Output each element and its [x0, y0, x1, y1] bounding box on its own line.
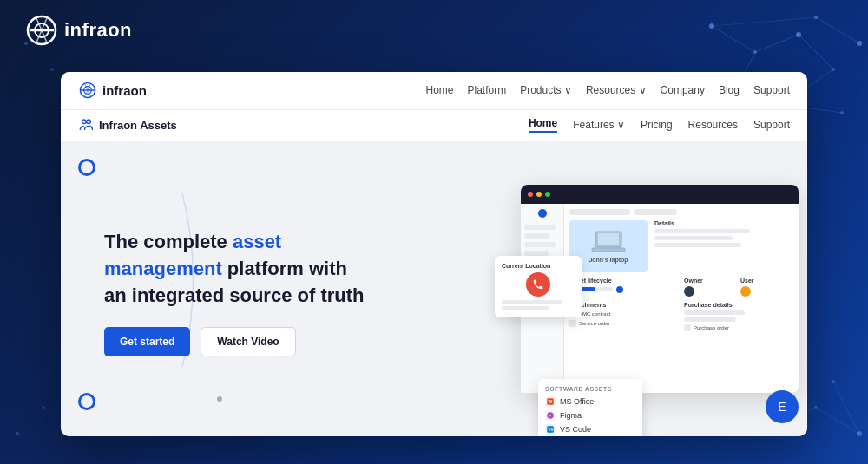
software-assets-card: SOFTWARE ASSETS W MS Office — [538, 379, 642, 436]
svg-point-25 — [50, 68, 54, 71]
ms-office-icon: W — [545, 396, 556, 407]
outer-logo: infraon — [26, 15, 132, 46]
laptop-section: John's laptop Details — [569, 220, 793, 272]
outer-topbar: infraon — [0, 0, 868, 61]
ms-office-svg: W — [546, 397, 555, 406]
svg-line-22 — [816, 408, 859, 434]
hero-left: The complete asset management platform w… — [61, 141, 391, 436]
owner-title: Owner — [684, 278, 737, 284]
current-location-title: Current Location — [502, 263, 575, 269]
mockup-top-rows — [569, 209, 793, 215]
location-skel-1 — [502, 300, 562, 304]
phone-icon — [532, 278, 544, 291]
svg-point-19 — [857, 431, 862, 436]
site-nav-links: Home Platform Products ∨ Resources ∨ Com… — [425, 84, 790, 96]
vscode-svg: VS — [546, 425, 555, 434]
lifecycle-bar-row — [569, 286, 679, 293]
svg-rect-42 — [592, 248, 625, 252]
browser-card: infraon Home Platform Products ∨ Resourc… — [61, 72, 807, 436]
watch-video-button[interactable]: Watch Video — [201, 327, 295, 356]
hero-title: The complete asset management platform w… — [104, 229, 373, 309]
service-row: Service order — [569, 320, 679, 327]
mockup-content: John's laptop Details — [564, 204, 799, 393]
software-figma: F Figma — [545, 410, 635, 421]
hero-buttons: Get started Watch Video — [104, 327, 373, 356]
purchase-skel-1 — [684, 310, 745, 315]
current-location-card: Current Location — [495, 256, 582, 317]
nav-link-support[interactable]: Support — [753, 84, 790, 96]
nav-link-company[interactable]: Company — [661, 84, 705, 96]
software-ms-office: W MS Office — [545, 396, 635, 407]
details-title: Details — [654, 220, 793, 226]
nav-link-products[interactable]: Products ∨ — [520, 84, 572, 96]
mockup-dot-red — [528, 192, 533, 197]
user-title: User — [740, 278, 793, 284]
svg-point-26 — [16, 432, 19, 435]
sub-nav-brand-text: Infraon Assets — [99, 119, 177, 132]
location-skel-2 — [502, 306, 549, 310]
mockup-sidebar-logo — [538, 209, 547, 218]
hero-circle-bottom — [78, 393, 95, 410]
sub-nav-resources[interactable]: Resources — [688, 119, 738, 131]
svg-line-23 — [833, 382, 859, 434]
sub-nav-brand-icon — [78, 117, 94, 133]
svg-point-3 — [832, 68, 835, 71]
svg-point-8 — [840, 111, 844, 114]
owner-avatar — [684, 286, 694, 297]
svg-text:VS: VS — [549, 427, 554, 431]
purchase-section: Purchase details Purchase order — [684, 302, 793, 331]
sub-nav-brand: Infraon Assets — [78, 117, 177, 133]
vscode-icon: VS — [545, 424, 556, 435]
sub-nav-features[interactable]: Features ∨ — [573, 119, 625, 131]
svg-point-20 — [832, 380, 835, 383]
mockup-dot-green — [545, 192, 550, 197]
purchase-order-label: Purchase order — [694, 325, 729, 330]
svg-point-39 — [87, 120, 91, 124]
outer-logo-text: infraon — [64, 19, 132, 42]
lifecycle-title: Asset lifecycle — [569, 278, 679, 284]
nav-link-blog[interactable]: Blog — [719, 84, 740, 96]
amc-row: AMC contract — [569, 310, 679, 317]
hero-circle-top — [78, 159, 95, 176]
main-content: The complete asset management platform w… — [61, 141, 807, 436]
sub-nav-support[interactable]: Support — [753, 119, 790, 131]
asset-mockup: John's laptop Details — [521, 185, 799, 393]
purchase-skel-2 — [684, 317, 736, 322]
sub-nav-pricing[interactable]: Pricing — [641, 119, 673, 131]
figma-icon: F — [545, 410, 556, 421]
purchase-order-row: Purchase order — [684, 324, 793, 331]
service-icon — [569, 320, 576, 327]
svg-point-38 — [82, 120, 87, 124]
mockup-dot-yellow — [536, 192, 542, 197]
mockup-sidebar-item-3 — [524, 242, 556, 247]
mockup-skel-2 — [634, 209, 677, 215]
figma-svg: F — [546, 411, 555, 420]
svg-text:W: W — [549, 398, 553, 403]
lifecycle-owner-row: Asset lifecycle — [569, 278, 793, 297]
hero-curve-line — [161, 193, 204, 367]
mockup-skel-1 — [569, 209, 630, 215]
attachments-purchase-row: Attachments AMC contract Service order — [569, 302, 793, 331]
sub-nav: Infraon Assets Home Features ∨ Pricing R… — [61, 110, 807, 141]
detail-skel-2 — [654, 236, 733, 240]
site-nav: infraon Home Platform Products ∨ Resourc… — [61, 72, 807, 110]
lifecycle-toggle — [616, 286, 623, 293]
detail-skel-3 — [654, 243, 741, 247]
amc-label: AMC contract — [579, 311, 610, 317]
chat-button[interactable]: E — [766, 390, 799, 423]
ms-office-label: MS Office — [560, 397, 594, 406]
lifecycle-section: Asset lifecycle — [569, 278, 679, 297]
nav-link-platform[interactable]: Platform — [467, 84, 506, 96]
site-logo-icon — [78, 81, 97, 100]
nav-link-resources[interactable]: Resources ∨ — [586, 84, 647, 96]
svg-rect-41 — [598, 233, 619, 245]
sub-nav-home[interactable]: Home — [529, 117, 557, 133]
john-laptop-label: John's laptop — [589, 257, 628, 263]
mockup-sidebar-item-1 — [524, 225, 556, 230]
user-section: User — [740, 278, 793, 297]
software-vscode: VS VS Code — [545, 424, 635, 435]
site-logo: infraon — [78, 81, 147, 100]
svg-text:F: F — [549, 413, 551, 417]
nav-link-home[interactable]: Home — [425, 84, 453, 96]
outer-logo-icon — [26, 15, 57, 46]
